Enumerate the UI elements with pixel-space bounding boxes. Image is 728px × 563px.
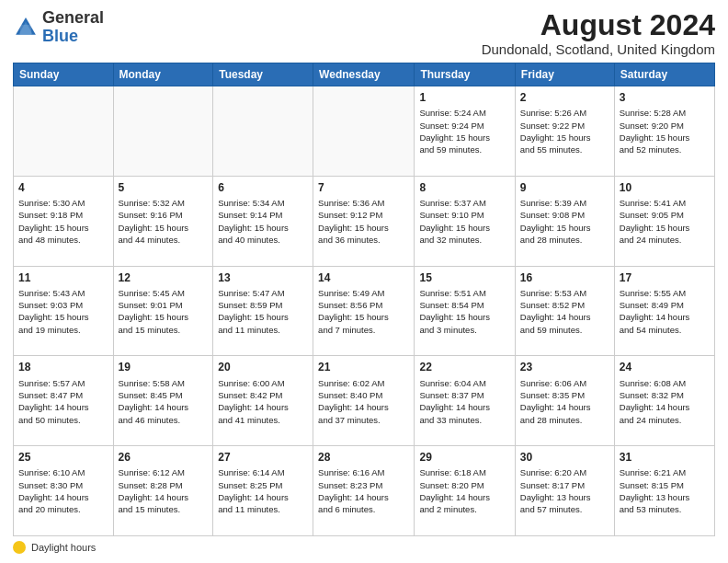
- calendar-cell: [113, 86, 213, 177]
- day-info: Sunrise: 6:04 AM Sunset: 8:37 PM Dayligh…: [419, 377, 509, 426]
- day-number: 24: [620, 360, 710, 374]
- day-info: Sunrise: 6:10 AM Sunset: 8:30 PM Dayligh…: [18, 466, 108, 515]
- calendar-cell: 24Sunrise: 6:08 AM Sunset: 8:32 PM Dayli…: [614, 356, 714, 446]
- day-number: 13: [218, 270, 308, 285]
- sun-icon: [13, 541, 26, 554]
- day-number: 20: [218, 360, 308, 374]
- day-info: Sunrise: 5:32 AM Sunset: 9:16 PM Dayligh…: [119, 197, 209, 246]
- calendar-cell: 23Sunrise: 6:06 AM Sunset: 8:35 PM Dayli…: [515, 356, 614, 446]
- calendar-cell: 30Sunrise: 6:20 AM Sunset: 8:17 PM Dayli…: [515, 446, 614, 536]
- calendar-cell: 6Sunrise: 5:34 AM Sunset: 9:14 PM Daylig…: [213, 176, 313, 266]
- day-info: Sunrise: 6:16 AM Sunset: 8:23 PM Dayligh…: [318, 466, 409, 515]
- day-info: Sunrise: 5:45 AM Sunset: 9:01 PM Dayligh…: [119, 287, 209, 336]
- calendar-cell: [14, 86, 114, 177]
- calendar-cell: 8Sunrise: 5:37 AM Sunset: 9:10 PM Daylig…: [415, 176, 515, 266]
- calendar-table: SundayMondayTuesdayWednesdayThursdayFrid…: [13, 63, 715, 536]
- day-number: 22: [419, 360, 509, 374]
- day-info: Sunrise: 5:30 AM Sunset: 9:18 PM Dayligh…: [18, 197, 108, 246]
- day-number: 23: [520, 360, 609, 374]
- footer-legend: Daylight hours: [13, 541, 715, 554]
- calendar-cell: 10Sunrise: 5:41 AM Sunset: 9:05 PM Dayli…: [614, 176, 714, 266]
- day-info: Sunrise: 5:55 AM Sunset: 8:49 PM Dayligh…: [620, 287, 710, 336]
- week-row-4: 18Sunrise: 5:57 AM Sunset: 8:47 PM Dayli…: [14, 356, 715, 446]
- day-number: 21: [318, 360, 409, 374]
- day-info: Sunrise: 5:36 AM Sunset: 9:12 PM Dayligh…: [318, 197, 409, 246]
- day-number: 6: [218, 180, 308, 195]
- col-header-thursday: Thursday: [415, 63, 515, 86]
- day-number: 10: [620, 180, 710, 195]
- week-row-3: 11Sunrise: 5:43 AM Sunset: 9:03 PM Dayli…: [14, 266, 715, 356]
- week-row-2: 4Sunrise: 5:30 AM Sunset: 9:18 PM Daylig…: [14, 176, 715, 266]
- page-header: General Blue August 2024 Dundonald, Scot…: [13, 9, 715, 57]
- logo-icon: [13, 15, 39, 40]
- day-number: 29: [419, 450, 509, 465]
- day-number: 1: [419, 90, 509, 105]
- day-number: 19: [119, 360, 209, 374]
- calendar-cell: 15Sunrise: 5:51 AM Sunset: 8:54 PM Dayli…: [415, 266, 515, 356]
- day-info: Sunrise: 6:12 AM Sunset: 8:28 PM Dayligh…: [119, 466, 209, 515]
- calendar-cell: 27Sunrise: 6:14 AM Sunset: 8:25 PM Dayli…: [213, 446, 313, 536]
- calendar-cell: 19Sunrise: 5:58 AM Sunset: 8:45 PM Dayli…: [113, 356, 213, 446]
- calendar-cell: [313, 86, 415, 177]
- col-header-friday: Friday: [515, 63, 614, 86]
- calendar-cell: 1Sunrise: 5:24 AM Sunset: 9:24 PM Daylig…: [415, 86, 515, 177]
- title-block: August 2024 Dundonald, Scotland, United …: [482, 9, 715, 57]
- day-info: Sunrise: 6:21 AM Sunset: 8:15 PM Dayligh…: [620, 466, 710, 515]
- day-info: Sunrise: 5:28 AM Sunset: 9:20 PM Dayligh…: [620, 107, 710, 155]
- day-number: 3: [620, 90, 710, 105]
- day-number: 2: [520, 90, 609, 105]
- calendar-cell: 26Sunrise: 6:12 AM Sunset: 8:28 PM Dayli…: [113, 446, 213, 536]
- day-number: 26: [119, 450, 209, 465]
- calendar-cell: 2Sunrise: 5:26 AM Sunset: 9:22 PM Daylig…: [515, 86, 614, 177]
- day-info: Sunrise: 5:58 AM Sunset: 8:45 PM Dayligh…: [119, 377, 209, 426]
- day-number: 25: [18, 450, 108, 465]
- day-info: Sunrise: 5:47 AM Sunset: 8:59 PM Dayligh…: [218, 287, 308, 336]
- calendar-cell: 22Sunrise: 6:04 AM Sunset: 8:37 PM Dayli…: [415, 356, 515, 446]
- day-number: 4: [18, 180, 108, 195]
- day-info: Sunrise: 6:06 AM Sunset: 8:35 PM Dayligh…: [520, 377, 609, 426]
- logo: General Blue: [13, 9, 104, 46]
- calendar-cell: 29Sunrise: 6:18 AM Sunset: 8:20 PM Dayli…: [415, 446, 515, 536]
- day-number: 8: [419, 180, 509, 195]
- day-info: Sunrise: 5:51 AM Sunset: 8:54 PM Dayligh…: [419, 287, 509, 336]
- day-number: 5: [119, 180, 209, 195]
- calendar-cell: 7Sunrise: 5:36 AM Sunset: 9:12 PM Daylig…: [313, 176, 415, 266]
- svg-rect-2: [20, 25, 31, 35]
- calendar-cell: 16Sunrise: 5:53 AM Sunset: 8:52 PM Dayli…: [515, 266, 614, 356]
- day-number: 14: [318, 270, 409, 285]
- day-info: Sunrise: 5:24 AM Sunset: 9:24 PM Dayligh…: [419, 107, 509, 155]
- day-number: 28: [318, 450, 409, 465]
- calendar-cell: 5Sunrise: 5:32 AM Sunset: 9:16 PM Daylig…: [113, 176, 213, 266]
- calendar-cell: 31Sunrise: 6:21 AM Sunset: 8:15 PM Dayli…: [614, 446, 714, 536]
- day-info: Sunrise: 6:08 AM Sunset: 8:32 PM Dayligh…: [620, 377, 710, 426]
- day-number: 11: [18, 270, 108, 285]
- day-number: 30: [520, 450, 609, 465]
- day-number: 9: [520, 180, 609, 195]
- day-info: Sunrise: 6:18 AM Sunset: 8:20 PM Dayligh…: [419, 466, 509, 515]
- calendar-cell: 14Sunrise: 5:49 AM Sunset: 8:56 PM Dayli…: [313, 266, 415, 356]
- day-info: Sunrise: 5:26 AM Sunset: 9:22 PM Dayligh…: [520, 107, 609, 155]
- col-header-saturday: Saturday: [614, 63, 714, 86]
- day-info: Sunrise: 5:39 AM Sunset: 9:08 PM Dayligh…: [520, 197, 609, 246]
- day-number: 17: [620, 270, 710, 285]
- calendar-cell: [213, 86, 313, 177]
- week-row-1: 1Sunrise: 5:24 AM Sunset: 9:24 PM Daylig…: [14, 86, 715, 177]
- day-number: 7: [318, 180, 409, 195]
- day-info: Sunrise: 5:41 AM Sunset: 9:05 PM Dayligh…: [620, 197, 710, 246]
- logo-blue-text: Blue: [42, 27, 78, 45]
- calendar-cell: 20Sunrise: 6:00 AM Sunset: 8:42 PM Dayli…: [213, 356, 313, 446]
- calendar-cell: 3Sunrise: 5:28 AM Sunset: 9:20 PM Daylig…: [614, 86, 714, 177]
- week-row-5: 25Sunrise: 6:10 AM Sunset: 8:30 PM Dayli…: [14, 446, 715, 536]
- day-number: 27: [218, 450, 308, 465]
- calendar-cell: 9Sunrise: 5:39 AM Sunset: 9:08 PM Daylig…: [515, 176, 614, 266]
- calendar-header-row: SundayMondayTuesdayWednesdayThursdayFrid…: [14, 63, 715, 86]
- calendar-cell: 12Sunrise: 5:45 AM Sunset: 9:01 PM Dayli…: [113, 266, 213, 356]
- col-header-sunday: Sunday: [14, 63, 114, 86]
- day-number: 15: [419, 270, 509, 285]
- calendar-cell: 21Sunrise: 6:02 AM Sunset: 8:40 PM Dayli…: [313, 356, 415, 446]
- day-info: Sunrise: 6:20 AM Sunset: 8:17 PM Dayligh…: [520, 466, 609, 515]
- day-info: Sunrise: 6:02 AM Sunset: 8:40 PM Dayligh…: [318, 377, 409, 426]
- logo-general-text: General: [42, 8, 104, 27]
- day-info: Sunrise: 5:37 AM Sunset: 9:10 PM Dayligh…: [419, 197, 509, 246]
- day-info: Sunrise: 5:53 AM Sunset: 8:52 PM Dayligh…: [520, 287, 609, 336]
